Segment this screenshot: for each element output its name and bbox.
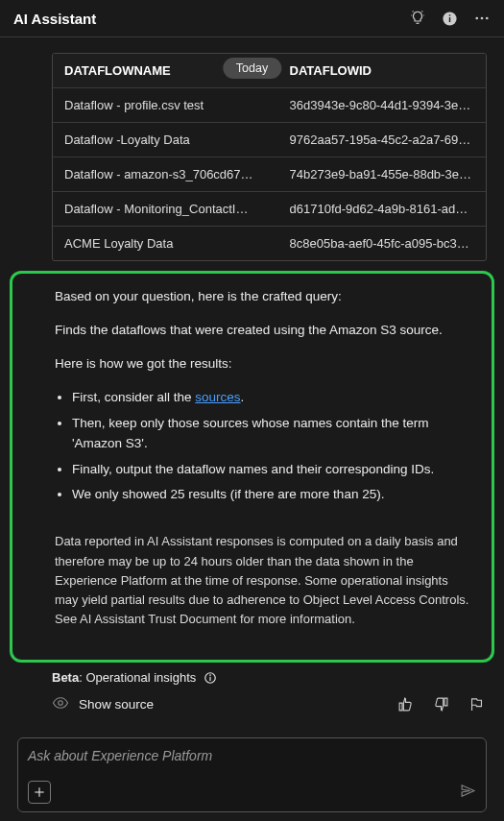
info-icon[interactable] (442, 11, 458, 27)
meta-row: Beta: Operational insights (0, 668, 504, 688)
content: DATAFLOWNAME DATAFLOWID Dataflow - profi… (0, 53, 504, 821)
answer-box: Based on your question, here is the craf… (10, 271, 494, 663)
answer-step: First, consider all the sources. (72, 388, 470, 408)
show-source[interactable]: Show source (52, 694, 154, 714)
table-row: Dataflow - profile.csv test36d3943e-9c80… (53, 88, 486, 123)
results-table: DATAFLOWNAME DATAFLOWID Dataflow - profi… (52, 53, 487, 261)
answer-intro: Based on your question, here is the craf… (55, 287, 470, 307)
svg-point-5 (486, 17, 489, 20)
add-button[interactable] (28, 781, 51, 804)
svg-rect-2 (449, 14, 450, 15)
table-row: Dataflow - Monitoring_ContactI…d61710fd-… (53, 192, 486, 227)
answer-summary: Finds the dataflows that were created us… (55, 321, 470, 341)
answer-how: Here is how we got the results: (55, 354, 470, 374)
col-dataflowid: DATAFLOWID (278, 54, 486, 88)
source-row: Show source (0, 688, 504, 720)
eye-icon (52, 694, 69, 714)
answer-step: Then, keep only those sources whose name… (72, 414, 470, 454)
date-pill: Today (223, 58, 281, 79)
input-placeholder: Ask about Experience Platform (28, 748, 476, 763)
table-row: ACME Loyalty Data8c8e05ba-aef0-45fc-a095… (53, 227, 486, 261)
answer-step: Finally, output the dataflow names and t… (72, 460, 470, 480)
flag-icon[interactable] (468, 696, 485, 712)
thumbs-up-icon[interactable] (397, 696, 414, 712)
svg-point-8 (210, 674, 211, 675)
beta-text: : Operational insights (79, 670, 196, 685)
svg-point-3 (475, 17, 478, 20)
answer-disclaimer: Data reported in AI Assistant responses … (55, 532, 470, 629)
svg-point-4 (481, 17, 484, 20)
info-icon[interactable] (204, 671, 217, 685)
show-source-label: Show source (79, 697, 154, 712)
svg-rect-1 (449, 17, 450, 22)
feedback-icons (397, 696, 485, 712)
header-actions (409, 10, 491, 27)
table-row: Dataflow -Loyalty Data9762aa57-195a-45c2… (53, 123, 486, 157)
answer-steps: First, consider all the sources. Then, k… (72, 388, 470, 506)
more-icon[interactable] (473, 10, 491, 27)
chat-input[interactable]: Ask about Experience Platform (17, 737, 487, 812)
app-title: AI Assistant (13, 11, 96, 27)
sources-link[interactable]: sources (195, 390, 240, 404)
footer-disclaimer: AI-generated responses may be inaccurate… (0, 816, 504, 821)
send-icon[interactable] (460, 783, 476, 802)
answer-step: We only showed 25 results (if there are … (72, 485, 470, 505)
lightbulb-icon[interactable] (409, 10, 426, 27)
svg-point-9 (59, 701, 63, 706)
table-row: Dataflow - amazon-s3_706cd67…74b273e9-ba… (53, 157, 486, 192)
beta-label: Beta (52, 670, 79, 685)
thumbs-down-icon[interactable] (433, 696, 449, 712)
header: AI Assistant (0, 0, 504, 37)
